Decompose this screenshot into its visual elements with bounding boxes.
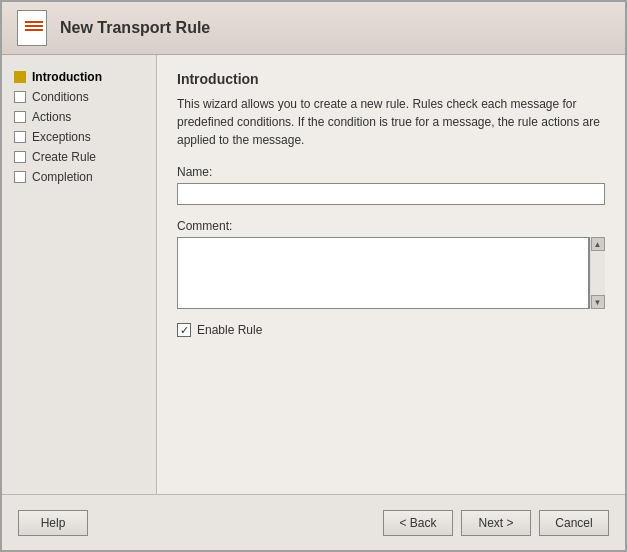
window-icon — [14, 10, 50, 46]
footer-nav-buttons: < Back Next > Cancel — [383, 510, 609, 536]
scroll-track — [591, 251, 605, 295]
comment-textarea-container: ▲ ▼ — [177, 237, 605, 309]
sidebar-item-completion[interactable]: Completion — [10, 167, 148, 187]
window-title: New Transport Rule — [60, 19, 210, 37]
introduction-bullet — [14, 71, 26, 83]
icon-line-2 — [25, 25, 43, 27]
section-title: Introduction — [177, 71, 605, 87]
name-input[interactable] — [177, 183, 605, 205]
sidebar-item-actions[interactable]: Actions — [10, 107, 148, 127]
actions-checkbox — [14, 111, 26, 123]
conditions-checkbox — [14, 91, 26, 103]
icon-line-1 — [25, 21, 43, 23]
sidebar-item-label-introduction: Introduction — [32, 70, 102, 84]
name-label: Name: — [177, 165, 605, 179]
comment-textarea[interactable] — [177, 237, 589, 309]
enable-rule-checkbox[interactable]: ✓ — [177, 323, 191, 337]
sidebar-item-introduction[interactable]: Introduction — [10, 67, 148, 87]
sidebar-item-conditions[interactable]: Conditions — [10, 87, 148, 107]
cancel-button[interactable]: Cancel — [539, 510, 609, 536]
completion-checkbox — [14, 171, 26, 183]
main-window: New Transport Rule Introduction Conditio… — [0, 0, 627, 552]
sidebar-item-create-rule[interactable]: Create Rule — [10, 147, 148, 167]
scroll-down-arrow[interactable]: ▼ — [591, 295, 605, 309]
enable-rule-label: Enable Rule — [197, 323, 262, 337]
description-text: This wizard allows you to create a new r… — [177, 95, 605, 149]
scroll-up-arrow[interactable]: ▲ — [591, 237, 605, 251]
comment-scrollbar: ▲ ▼ — [589, 237, 605, 309]
sidebar-item-label-completion: Completion — [32, 170, 93, 184]
title-bar: New Transport Rule — [2, 2, 625, 55]
sidebar-item-label-exceptions: Exceptions — [32, 130, 91, 144]
back-button[interactable]: < Back — [383, 510, 453, 536]
sidebar-item-label-actions: Actions — [32, 110, 71, 124]
icon-line-3 — [25, 29, 43, 31]
comment-label: Comment: — [177, 219, 605, 233]
sidebar: Introduction Conditions Actions Exceptio… — [2, 55, 157, 494]
help-button[interactable]: Help — [18, 510, 88, 536]
sidebar-item-label-create-rule: Create Rule — [32, 150, 96, 164]
content-area: Introduction Conditions Actions Exceptio… — [2, 55, 625, 494]
footer: Help < Back Next > Cancel — [2, 494, 625, 550]
exceptions-checkbox — [14, 131, 26, 143]
icon-paper — [17, 10, 47, 46]
checkmark-icon: ✓ — [180, 325, 189, 336]
next-button[interactable]: Next > — [461, 510, 531, 536]
icon-lines — [25, 21, 43, 33]
create-rule-checkbox — [14, 151, 26, 163]
sidebar-item-label-conditions: Conditions — [32, 90, 89, 104]
sidebar-item-exceptions[interactable]: Exceptions — [10, 127, 148, 147]
enable-rule-row: ✓ Enable Rule — [177, 323, 605, 337]
main-content: Introduction This wizard allows you to c… — [157, 55, 625, 494]
